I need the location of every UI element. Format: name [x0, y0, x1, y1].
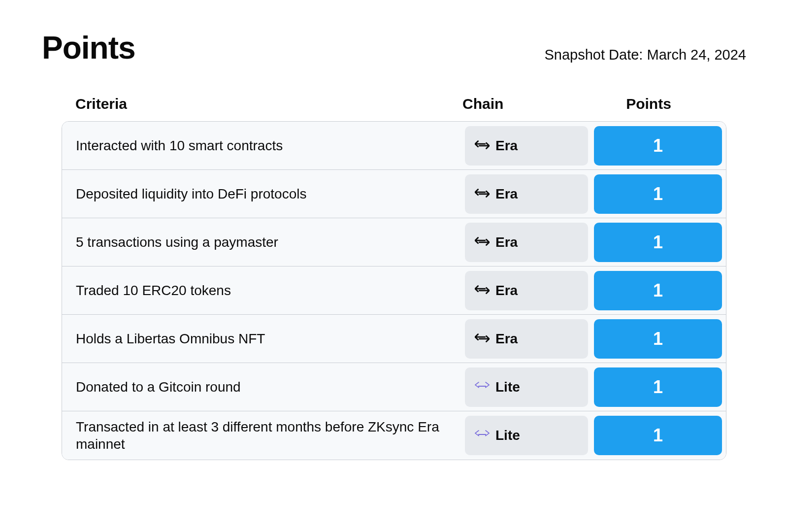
- points-badge: 1: [594, 223, 722, 262]
- chain-badge: Lite: [465, 416, 588, 455]
- column-header-criteria: Criteria: [75, 96, 457, 112]
- criteria-text: Deposited liquidity into DeFi protocols: [76, 185, 459, 202]
- points-badge: 1: [594, 416, 722, 455]
- chain-label: Lite: [495, 379, 520, 395]
- table-row: Deposited liquidity into DeFi protocols …: [62, 170, 726, 218]
- chain-icon-slot: [475, 186, 490, 202]
- points-table: Criteria Chain Points Interacted with 10…: [62, 96, 726, 460]
- chain-icon-slot: [475, 283, 490, 299]
- chain-label: Era: [495, 138, 518, 154]
- chain-badge: Lite: [465, 367, 588, 407]
- swap-arrows-icon: [475, 188, 490, 199]
- table-row: Interacted with 10 smart contracts Era 1: [62, 122, 726, 170]
- snapshot-value: March 24, 2024: [647, 47, 746, 63]
- chain-badge: Era: [465, 174, 588, 214]
- criteria-text: Transacted in at least 3 different month…: [76, 418, 459, 453]
- points-badge: 1: [594, 319, 722, 359]
- chain-icon-slot: [475, 138, 490, 154]
- chain-icon-slot: [475, 331, 490, 347]
- chain-icon-slot: [475, 379, 490, 395]
- snapshot-label: Snapshot Date:: [545, 47, 643, 63]
- header: Points Snapshot Date: March 24, 2024: [42, 30, 746, 66]
- points-badge: 1: [594, 126, 722, 166]
- criteria-text: Interacted with 10 smart contracts: [76, 137, 459, 154]
- table-row: Transacted in at least 3 different month…: [62, 411, 726, 460]
- page-title: Points: [42, 30, 135, 66]
- snapshot-date: Snapshot Date: March 24, 2024: [545, 47, 747, 66]
- chain-badge: Era: [465, 271, 588, 310]
- swap-arrows-outline-icon: [475, 381, 490, 392]
- criteria-text: Donated to a Gitcoin round: [76, 378, 459, 396]
- table-row: Donated to a Gitcoin round Lite 1: [62, 363, 726, 411]
- points-badge: 1: [594, 174, 722, 214]
- table-row: 5 transactions using a paymaster Era 1: [62, 218, 726, 266]
- chain-icon-slot: [475, 234, 490, 250]
- chain-label: Lite: [495, 428, 520, 443]
- table-row: Traded 10 ERC20 tokens Era 1: [62, 266, 726, 315]
- table-row: Holds a Libertas Omnibus NFT Era 1: [62, 315, 726, 363]
- chain-badge: Era: [465, 319, 588, 359]
- criteria-text: Traded 10 ERC20 tokens: [76, 282, 459, 299]
- chain-badge: Era: [465, 223, 588, 262]
- points-badge: 1: [594, 367, 722, 407]
- chain-icon-slot: [475, 428, 490, 443]
- chain-label: Era: [495, 283, 518, 299]
- chain-badge: Era: [465, 126, 588, 166]
- chain-label: Era: [495, 331, 518, 347]
- column-header-points: Points: [585, 96, 713, 112]
- swap-arrows-outline-icon: [475, 429, 490, 440]
- table-header: Criteria Chain Points: [62, 96, 726, 121]
- swap-arrows-icon: [475, 284, 490, 295]
- criteria-text: 5 transactions using a paymaster: [76, 233, 459, 251]
- criteria-text: Holds a Libertas Omnibus NFT: [76, 330, 459, 347]
- column-header-chain: Chain: [457, 96, 585, 112]
- swap-arrows-icon: [475, 332, 490, 343]
- chain-label: Era: [495, 234, 518, 250]
- swap-arrows-icon: [475, 139, 490, 150]
- chain-label: Era: [495, 186, 518, 202]
- swap-arrows-icon: [475, 236, 490, 247]
- points-badge: 1: [594, 271, 722, 310]
- table-body: Interacted with 10 smart contracts Era 1…: [62, 121, 726, 460]
